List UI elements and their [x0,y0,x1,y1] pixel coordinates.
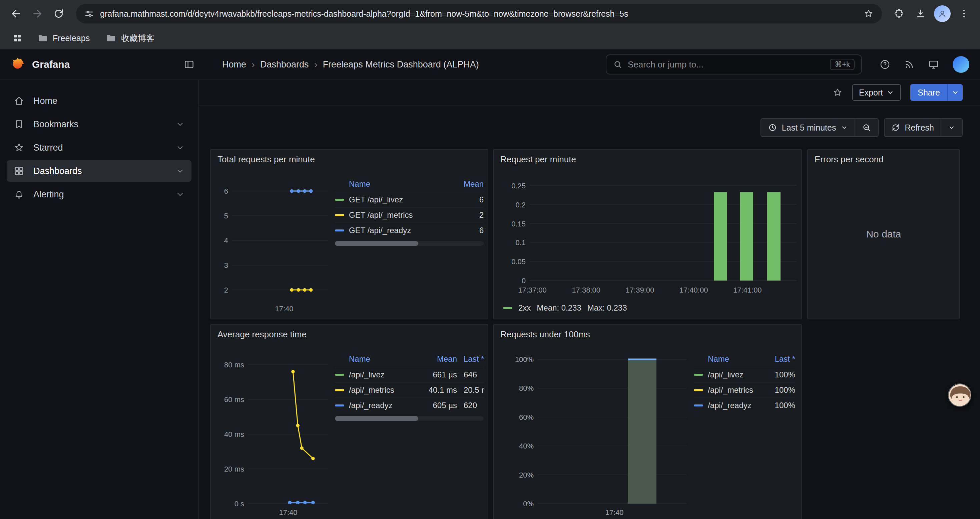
chart-legend[interactable]: 2xx Mean: 0.233 Max: 0.233 [503,303,627,313]
legend-row[interactable]: /api/_livez661 µs646 [335,367,484,382]
breadcrumb: Home›Dashboards›Freeleaps Metrics Dashbo… [222,59,479,70]
sidebar-toggle-icon[interactable] [183,59,195,70]
bookmark-star-icon[interactable] [863,8,874,19]
legend-column-header[interactable]: Last * [464,355,484,364]
sidebar-item-starred[interactable]: Starred [7,137,191,158]
url-text: grafana.mathmast.com/d/deytv4rwavabkb/fr… [100,9,857,19]
extensions-icon[interactable] [890,4,908,23]
series-color-swatch [335,404,344,406]
svg-text:17:40:00: 17:40:00 [679,286,708,294]
chevron-down-icon[interactable] [175,120,185,129]
legend-row[interactable]: /api/_readyz100% [694,398,795,413]
bookmark-item-freeleaps[interactable]: Freeleaps [33,31,94,45]
monitor-icon[interactable] [928,59,939,70]
reload-icon[interactable] [49,4,68,23]
share-button[interactable]: Share [910,84,947,101]
sidebar-item-home[interactable]: Home [7,90,191,112]
breadcrumb-item[interactable]: Dashboards [260,59,309,70]
zoom-out-icon[interactable] [854,119,878,136]
browser-profile-avatar[interactable] [934,5,951,22]
legend-scrollbar[interactable] [335,241,484,246]
legend-row[interactable]: GET /api/_readyz6 [335,222,484,238]
legend-column-header[interactable]: Last * [765,355,795,364]
bookmarks-bar: Freeleaps 收藏博客 [0,27,980,50]
line-chart: 80 ms60 ms40 ms20 ms0 s17:40 [213,349,332,519]
floating-assistant-avatar[interactable] [948,383,971,407]
svg-text:5: 5 [224,212,228,220]
chevron-down-icon[interactable] [175,143,185,152]
panel-title[interactable]: Average response time [218,329,307,340]
downloads-icon[interactable] [911,4,930,23]
panel-errors-per-second: Errors per second No data [807,149,960,319]
legend-header: NameMean [335,176,484,192]
panel-title[interactable]: Requests under 100ms [500,329,590,340]
sidebar-item-alerting[interactable]: Alerting [7,184,191,205]
series-color-swatch [694,404,703,406]
chevron-down-icon[interactable] [175,190,185,199]
export-button[interactable]: Export [852,84,901,101]
search-input[interactable]: Search or jump to... ⌘+k [606,54,862,75]
svg-text:6: 6 [224,187,228,195]
legend-row[interactable]: GET /api/_livez6 [335,192,484,207]
bar-chart: 100%80%60%40%20%0%17:40 [496,349,690,519]
forward-icon[interactable] [28,4,47,23]
legend-mean: Mean: 0.233 [537,303,581,313]
legend-value: 100% [765,370,795,379]
brand-zone: Grafana [11,57,199,72]
series-name: /api/_metrics [349,385,394,395]
star-dashboard-icon[interactable] [832,87,843,98]
news-rss-icon[interactable] [904,59,915,70]
legend-scrollbar-thumb[interactable] [335,241,418,246]
user-avatar[interactable] [953,56,969,73]
legend-column-header[interactable]: Name [694,355,765,364]
legend-scrollbar[interactable] [335,416,484,421]
url-bar[interactable]: grafana.mathmast.com/d/deytv4rwavabkb/fr… [76,4,882,23]
panel-average-response-time: Average response time 80 ms60 ms40 ms20 … [210,324,488,519]
apps-grid-icon[interactable] [10,30,25,46]
bookmark-item-blog[interactable]: 收藏博客 [102,31,158,46]
share-dropdown-icon[interactable] [947,84,963,101]
series-color-swatch [335,389,344,391]
browser-toolbar: grafana.mathmast.com/d/deytv4rwavabkb/fr… [0,0,980,27]
browser-menu-icon[interactable] [955,4,973,23]
refresh-interval-dropdown-icon[interactable] [941,119,962,136]
help-icon[interactable] [879,59,891,70]
refresh-button[interactable]: Refresh [885,119,941,136]
grafana-logo[interactable] [11,57,25,72]
time-range-picker[interactable]: Last 5 minutes [761,119,855,136]
time-range-group: Last 5 minutes [760,118,879,137]
refresh-icon [891,123,900,132]
legend-scrollbar-thumb[interactable] [335,416,418,421]
svg-text:20 ms: 20 ms [224,465,244,473]
legend-column-header[interactable]: Name [335,355,422,364]
svg-text:17:41:00: 17:41:00 [733,286,762,294]
sidebar-item-bookmarks[interactable]: Bookmarks [7,113,191,135]
panel-title[interactable]: Request per minute [500,154,576,164]
site-info-icon[interactable] [84,9,94,19]
svg-text:0 s: 0 s [234,500,244,508]
legend-row[interactable]: /api/_metrics40.1 ms20.5 m [335,382,484,398]
time-range-label: Last 5 minutes [782,123,836,133]
legend-row[interactable]: /api/_metrics100% [694,382,795,398]
legend-row[interactable]: /api/_livez100% [694,367,795,382]
legend-value: 6 [449,226,484,235]
sidebar-item-dashboards[interactable]: Dashboards [7,160,191,182]
chevron-down-icon[interactable] [175,166,185,176]
breadcrumb-item[interactable]: Home [222,59,246,70]
series-name: 2xx [519,303,531,313]
panel-title[interactable]: Total requests per minute [218,154,315,164]
legend-value: 646 [464,370,484,379]
legend-row[interactable]: GET /api/_metrics2 [335,207,484,222]
back-icon[interactable] [7,4,25,23]
svg-text:17:40: 17:40 [605,508,624,517]
breadcrumb-separator: › [314,59,318,70]
legend-row[interactable]: /api/_readyz605 µs620 [335,398,484,413]
legend-column-header[interactable]: Name [335,179,449,189]
grid-icon [13,165,25,177]
legend-column-header[interactable]: Mean [422,355,457,364]
sidebar-item-label: Dashboards [33,166,82,176]
legend-value: 605 µs [422,401,457,410]
svg-text:0%: 0% [523,500,534,508]
svg-text:17:38:00: 17:38:00 [572,286,600,294]
legend-column-header[interactable]: Mean [449,179,484,189]
